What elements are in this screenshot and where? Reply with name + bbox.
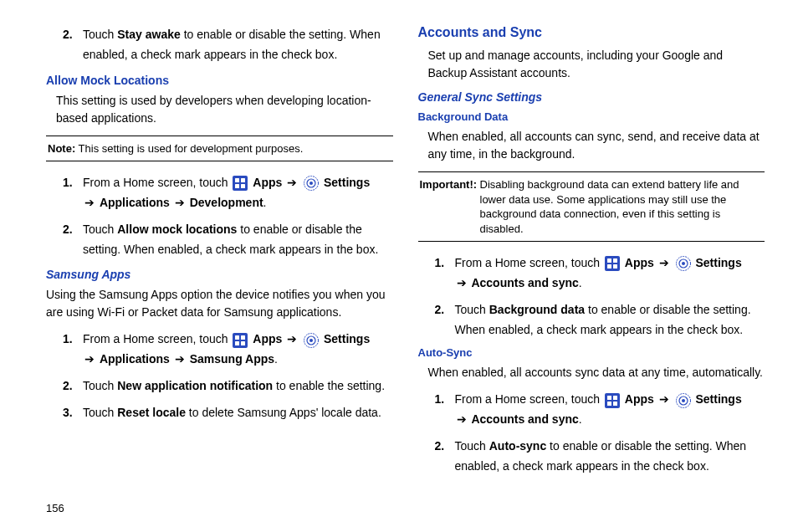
para-background-data: When enabled, all accounts can sync, sen… [428, 128, 765, 163]
para-auto-sync: When enabled, all accounts sync data at … [428, 364, 765, 381]
left-column: 2. Touch Stay awake to enable or disable… [46, 25, 393, 483]
para-samsung-apps: Using the Samsung Apps option the device… [46, 286, 393, 321]
note-box: Note: This setting is used for developme… [46, 136, 393, 162]
heading-background-data: Background Data [418, 110, 765, 123]
settings-icon [676, 393, 691, 408]
note-label: Note: [48, 142, 75, 155]
settings-icon [304, 176, 319, 191]
apps-icon [233, 333, 248, 348]
heading-auto-sync: Auto-Sync [418, 346, 765, 359]
heading-accounts-sync: Accounts and Sync [418, 25, 765, 40]
heading-allow-mock: Allow Mock Locations [46, 74, 393, 87]
settings-icon [676, 256, 691, 271]
right-column: Accounts and Sync Set up and manage acco… [418, 25, 765, 483]
apps-icon [233, 176, 248, 191]
important-box: Important!: Disabling background data ca… [418, 171, 765, 242]
apps-icon [605, 393, 620, 408]
samsung-step-2: 2. Touch New application notification to… [63, 376, 393, 396]
apps-icon [605, 256, 620, 271]
autosync-step-1: 1. From a Home screen, touch Apps ➔ Sett… [435, 390, 765, 430]
samsung-step-3: 3. Touch Reset locale to delete Samsung … [63, 403, 393, 423]
settings-icon [304, 333, 319, 348]
page-number: 156 [46, 502, 64, 514]
heading-samsung-apps: Samsung Apps [46, 268, 393, 281]
samsung-step-1: 1. From a Home screen, touch Apps ➔ Sett… [63, 330, 393, 370]
para-allow-mock: This setting is used by developers when … [56, 92, 393, 127]
autosync-step-2: 2. Touch Auto-sync to enable or disable … [435, 437, 765, 477]
mock-step-2: 2. Touch Allow mock locations to enable … [63, 220, 393, 260]
heading-general-sync: General Sync Settings [418, 90, 765, 104]
mock-step-1: 1. From a Home screen, touch Apps ➔ Sett… [63, 173, 393, 213]
step-stay-awake: 2. Touch Stay awake to enable or disable… [63, 25, 393, 65]
bg-step-2: 2. Touch Background data to enable or di… [435, 300, 765, 340]
important-label: Important!: [420, 177, 480, 236]
bg-step-1: 1. From a Home screen, touch Apps ➔ Sett… [435, 253, 765, 294]
para-accounts-sync: Set up and manage accounts, including yo… [428, 47, 765, 82]
